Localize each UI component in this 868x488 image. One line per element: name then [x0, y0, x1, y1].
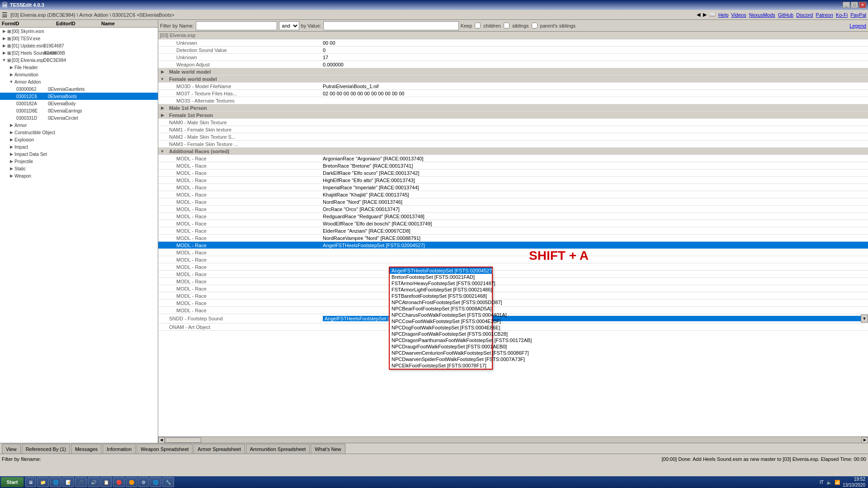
tree-item[interactable]: ▶ ⊞ [02] Heels Sound.esm AE49808B: [0, 49, 158, 56]
videos-label[interactable]: Videos: [731, 12, 746, 18]
tree-item[interactable]: 0300331D 0ElveniaCirclet: [0, 114, 158, 122]
taskbar-app[interactable]: 📁: [37, 477, 49, 487]
operator-select[interactable]: and or: [279, 21, 299, 30]
tab-referenced-by[interactable]: Referenced By (1): [22, 444, 70, 454]
dropdown-item[interactable]: FSTBarefootFootstepSet [FSTS:00021468]: [390, 293, 492, 299]
back-icon[interactable]: ◀: [697, 12, 700, 18]
dropdown-item[interactable]: NPCDragonFootWalkFootstepSet [FSTS:0001C…: [390, 331, 492, 337]
tree-item[interactable]: ▶ ⊞ [01] Update.esm 319E4687: [0, 42, 158, 49]
scroll-left-button[interactable]: ◀: [158, 437, 165, 443]
dropdown-item[interactable]: NPCDraugrFootWalkFootstepSet [FSTS:0001A…: [390, 343, 492, 350]
tree-item[interactable]: ▶ Impact Data Set: [0, 150, 158, 158]
siblings-checkbox[interactable]: [504, 23, 509, 28]
dropdown-item[interactable]: NPCDragonPaarthurnaxFootWalkFootstepSet …: [390, 337, 492, 343]
dropdown-item[interactable]: NPCCowFootWalkFootstepSet [FSTS:0004E20F…: [390, 318, 492, 324]
tree-item[interactable]: 03000062 0ElveniaGauntlets: [0, 85, 158, 93]
tree-item[interactable]: ▶ ⊞ [00] Skyrim.esm: [0, 28, 158, 35]
dropdown-item[interactable]: NPCDwarvenSpiderFootWalkFootstepSet [FST…: [390, 356, 492, 362]
github-label[interactable]: GitHub: [778, 12, 793, 18]
tab-armor-spreadsheet[interactable]: Armor Spreadsheet: [193, 444, 245, 454]
close-button[interactable]: ✕: [859, 2, 866, 8]
taskbar-app[interactable]: 🔊: [88, 477, 99, 487]
tree-item[interactable]: ▶ ⊞ [00] TESV.exe: [0, 35, 158, 42]
expand-arrow-icon[interactable]: ▶: [161, 70, 164, 74]
tab-information[interactable]: Information: [103, 444, 136, 454]
forward-icon[interactable]: ▶: [703, 12, 707, 18]
tree-item[interactable]: ▶ Weapon: [0, 172, 158, 179]
taskbar-app[interactable]: 📋: [100, 477, 112, 487]
help-label[interactable]: Help: [718, 12, 729, 18]
taskbar-app[interactable]: 🖥: [25, 477, 36, 487]
section-row[interactable]: ▶ Male world model: [158, 68, 868, 75]
taskbar-app[interactable]: 🌐: [50, 477, 61, 487]
patreon-label[interactable]: Patreon: [816, 12, 833, 18]
editorid-column-header[interactable]: EditorID: [56, 21, 101, 26]
section-row[interactable]: ▼ Additional Races (sorted): [158, 148, 868, 155]
dropdown-item[interactable]: NPCBearFootFootstepSet [FSTS:0008AD5A]: [390, 305, 492, 312]
taskbar-app[interactable]: 📝: [62, 477, 74, 487]
dropdown-item[interactable]: FSTArmorLightFootstepSet [FSTS:00021486]: [390, 286, 492, 293]
taskbar-app[interactable]: 🎵: [75, 477, 87, 487]
minimize-button[interactable]: _: [843, 2, 850, 8]
dropdown-item[interactable]: AngelFSTHeelsFootstepSet [FSTS:02004527]: [390, 267, 492, 274]
legend-button[interactable]: Legend: [849, 23, 866, 28]
taskbar-app[interactable]: 🌐: [150, 477, 161, 487]
section-row[interactable]: ▶ Male 1st Person: [158, 104, 868, 112]
expand-arrow-icon[interactable]: ▼: [160, 77, 165, 81]
tree-item[interactable]: ▼ ⊞ [03] Elvenia.esp DBC3E984: [0, 56, 158, 64]
tab-whats-new[interactable]: What's New: [311, 444, 345, 454]
footstep-dropdown[interactable]: AngelFSTHeelsFootstepSet [FSTS:02004527]…: [389, 267, 493, 370]
children-checkbox[interactable]: [475, 23, 481, 28]
filter-name-input[interactable]: [196, 21, 277, 30]
filter-value-input[interactable]: [323, 21, 459, 30]
taskbar-app[interactable]: 🔴: [113, 477, 125, 487]
tree-item[interactable]: ▶ Impact: [0, 143, 158, 150]
dropdown-item[interactable]: NPCAtronachFrostFootstepSet [FSTS:0005DD…: [390, 299, 492, 305]
tree-item[interactable]: ▶ Constructible Object: [0, 129, 158, 136]
taskbar-app[interactable]: 🔧: [162, 477, 174, 487]
tree-item[interactable]: ▶ Explosion: [0, 136, 158, 143]
tree-item-selected[interactable]: 030012C6 0ElveniaBoots: [0, 93, 158, 100]
paypal-label[interactable]: PayPal: [850, 12, 866, 18]
horizontal-scrollbar[interactable]: ◀ ▶: [158, 436, 868, 443]
record-row-highlighted[interactable]: MODL - Race AngelFSTHeelsFootstepSet [FS…: [158, 242, 868, 249]
start-button[interactable]: Start: [1, 477, 24, 487]
nexusmods-label[interactable]: NexusMods: [749, 12, 775, 18]
scroll-right-button[interactable]: ▶: [862, 437, 868, 443]
tab-ammunition-spreadsheet[interactable]: Ammunition Spreadsheet: [246, 444, 310, 454]
dropdown-item[interactable]: FSTArmorHeavyFootstepSet [FSTS:00021487]: [390, 280, 492, 286]
sndd-dropdown-button[interactable]: ▼: [861, 314, 868, 323]
tree-item[interactable]: ▶ Static: [0, 165, 158, 172]
dropdown-item[interactable]: NPCElkFootFootstepSet [FSTS:00078F17]: [390, 362, 492, 369]
tree-item[interactable]: ▶ Ammunition: [0, 71, 158, 78]
scroll-thumb[interactable]: [165, 437, 201, 443]
scroll-track[interactable]: [165, 437, 862, 443]
record-scroll[interactable]: [03] Elvenia.esp Unknown 00 00 Detection…: [158, 32, 868, 436]
tab-weapon-spreadsheet[interactable]: Weapon Spreadsheet: [137, 444, 193, 454]
taskbar-app[interactable]: 🟠: [126, 477, 137, 487]
discord-label[interactable]: Discord: [796, 12, 813, 18]
tree-item[interactable]: ▶ Armor: [0, 122, 158, 129]
tree-item[interactable]: ▶ Projectile: [0, 158, 158, 165]
dropdown-item[interactable]: NPCDogFootWalkFootstepSet [FSTS:0004E86E…: [390, 324, 492, 331]
expand-arrow-icon[interactable]: ▶: [161, 113, 164, 117]
tree-item[interactable]: 03001D8E 0ElveniaEarrings: [0, 107, 158, 114]
taskbar-app[interactable]: ⚙: [138, 477, 149, 487]
dropdown-item[interactable]: NPCDwarvenCenturionFootWalkFootstepSet […: [390, 350, 492, 356]
systray-network-icon[interactable]: 📶: [835, 480, 840, 485]
systray-volume-icon[interactable]: 🔈: [826, 480, 832, 485]
dropdown-item[interactable]: NPCCharusFootWalkFootstepSet [FSTS:00044…: [390, 312, 492, 318]
section-row[interactable]: ▶ Female 1st Person: [158, 112, 868, 119]
tree-item[interactable]: ▼ Armor Addon: [0, 78, 158, 85]
tab-messages[interactable]: Messages: [71, 444, 102, 454]
tab-view[interactable]: View: [2, 444, 21, 454]
parents-siblings-checkbox[interactable]: [532, 23, 538, 28]
name-column-header[interactable]: Name: [101, 21, 156, 26]
help-icon[interactable]: 📖: [709, 12, 716, 18]
expand-arrow-icon[interactable]: ▶: [161, 106, 164, 110]
dropdown-item[interactable]: BretonFootstepSet [FSTS:00021FAD]: [390, 274, 492, 280]
section-row[interactable]: ▼ Female world model: [158, 75, 868, 83]
tree-item[interactable]: 0300182A 0ElveniaBody: [0, 100, 158, 107]
kofi-label[interactable]: Ko-Fi: [836, 12, 848, 18]
tree-item[interactable]: ▶ File Header: [0, 64, 158, 71]
